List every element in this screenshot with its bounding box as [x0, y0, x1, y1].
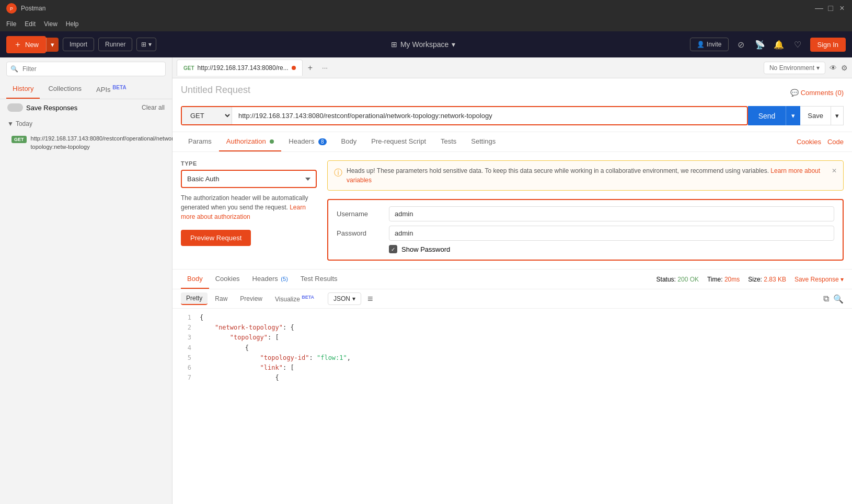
- password-input[interactable]: [389, 226, 834, 241]
- resp-tab-body[interactable]: Body: [181, 269, 209, 289]
- add-tab-button[interactable]: +: [303, 61, 318, 75]
- minimize-button[interactable]: —: [815, 5, 823, 12]
- auth-type-select[interactable]: Basic Auth Bearer Token API Key No Auth: [181, 170, 317, 188]
- tab-authorization[interactable]: Authorization: [219, 132, 282, 151]
- response-tabs: Body Cookies Headers (5) Test Results St…: [172, 269, 852, 289]
- history-today-group[interactable]: ▼ Today: [7, 120, 165, 127]
- eye-icon[interactable]: 👁: [830, 64, 837, 72]
- format-visualize[interactable]: Visualize BETA: [270, 292, 319, 305]
- sidebar: 🔍 History Collections APIs BETA Save Res…: [0, 57, 172, 504]
- search-icon[interactable]: 🔍: [833, 294, 844, 304]
- apis-beta-badge: BETA: [112, 85, 126, 90]
- tab-params[interactable]: Params: [181, 132, 219, 151]
- menu-edit[interactable]: Edit: [25, 20, 36, 28]
- app-title: Postman: [21, 5, 815, 12]
- search-input[interactable]: [6, 62, 166, 76]
- request-tab[interactable]: GET http://192.168.137.143:8080/re...: [177, 60, 303, 76]
- auth-right-panel: ⓘ Heads up! These parameters hold sensit…: [327, 160, 844, 261]
- tab-bar: GET http://192.168.137.143:8080/re... + …: [172, 57, 852, 78]
- api-network-button[interactable]: ⊞ ▾: [136, 38, 156, 51]
- json-line-7: 7 {: [181, 373, 844, 383]
- new-button[interactable]: ＋ New: [6, 36, 46, 53]
- auth-fields-panel: Username Password ✓ Show Password: [327, 199, 844, 261]
- preview-request-button[interactable]: Preview Request: [181, 230, 251, 246]
- heart-icon[interactable]: ♡: [791, 38, 804, 51]
- workspace-center: ⊞ My Workspace ▾: [160, 40, 686, 49]
- save-dropdown-button[interactable]: ▾: [831, 106, 844, 125]
- menu-file[interactable]: File: [6, 20, 16, 28]
- resp-tab-cookies[interactable]: Cookies: [209, 269, 246, 289]
- sign-in-button[interactable]: Sign In: [810, 38, 846, 52]
- new-dropdown-button[interactable]: ▾: [46, 38, 59, 52]
- username-row: Username: [337, 206, 834, 221]
- titlebar: P Postman — □ ×: [0, 0, 852, 17]
- search-icon: 🔍: [10, 65, 18, 73]
- cookies-link[interactable]: Cookies: [797, 138, 821, 146]
- show-password-checkbox[interactable]: ✓: [389, 245, 397, 253]
- send-dropdown-button[interactable]: ▾: [786, 106, 800, 125]
- history-section: ▼ Today GET http://192.168.137.143:8080/…: [0, 116, 172, 158]
- wrap-lines-button[interactable]: ≡: [367, 294, 373, 304]
- auth-area: TYPE Basic Auth Bearer Token API Key No …: [172, 152, 852, 269]
- comments-icon: 💬: [790, 89, 799, 97]
- url-input[interactable]: [232, 108, 747, 124]
- list-item[interactable]: GET http://192.168.137.143:8080/restconf…: [7, 132, 165, 154]
- tab-headers[interactable]: Headers 8: [281, 132, 333, 151]
- clear-all-button[interactable]: Clear all: [142, 104, 165, 111]
- format-pretty[interactable]: Pretty: [181, 292, 208, 305]
- sidebar-tab-collections[interactable]: Collections: [42, 80, 88, 99]
- save-button[interactable]: Save: [800, 106, 831, 125]
- send-button[interactable]: Send: [748, 106, 786, 125]
- env-dropdown[interactable]: No Environment ▾: [764, 62, 825, 74]
- grid-icon: ⊞: [391, 40, 397, 49]
- save-responses-switch[interactable]: [7, 103, 23, 112]
- menu-view[interactable]: View: [44, 20, 57, 28]
- json-line-1: 1 {: [181, 313, 844, 323]
- close-alert-button[interactable]: ✕: [832, 166, 837, 175]
- info-icon: ⓘ: [334, 167, 342, 179]
- workspace-selector[interactable]: ⊞ My Workspace ▾: [391, 40, 455, 49]
- menu-help[interactable]: Help: [66, 20, 79, 28]
- tab-body[interactable]: Body: [334, 132, 364, 151]
- send-button-group: Send ▾: [748, 106, 801, 125]
- status-value: 200 OK: [677, 276, 699, 283]
- format-preview[interactable]: Preview: [235, 293, 268, 304]
- tab-tests[interactable]: Tests: [433, 132, 464, 151]
- username-input[interactable]: [389, 206, 834, 221]
- sidebar-tab-history[interactable]: History: [6, 80, 40, 99]
- gear-icon[interactable]: ⚙: [841, 64, 848, 72]
- invite-button[interactable]: 👤 Invite: [690, 38, 728, 51]
- sidebar-controls: Save Responses Clear all: [0, 99, 172, 116]
- method-select[interactable]: GET POST PUT DELETE: [182, 107, 232, 124]
- maximize-button[interactable]: □: [827, 5, 834, 12]
- format-select-label: JSON: [333, 295, 350, 302]
- satellite-icon[interactable]: 📡: [754, 38, 766, 51]
- resp-tab-test-results[interactable]: Test Results: [294, 269, 344, 289]
- json-line-2: 2 "network-topology": {: [181, 323, 844, 333]
- save-response-button[interactable]: Save Response ▾: [795, 276, 844, 283]
- chevron-down-icon: ▾: [352, 295, 355, 302]
- search-icon[interactable]: ⊘: [735, 38, 747, 51]
- format-raw[interactable]: Raw: [210, 293, 233, 304]
- resp-tab-headers[interactable]: Headers (5): [246, 269, 294, 289]
- tab-pre-request[interactable]: Pre-request Script: [364, 132, 433, 151]
- comments-button[interactable]: 💬 Comments (0): [790, 89, 844, 97]
- close-button[interactable]: ×: [838, 5, 846, 12]
- runner-button[interactable]: Runner: [98, 38, 132, 51]
- tab-settings[interactable]: Settings: [464, 132, 503, 151]
- request-area: Untitled Request 💬 Comments (0) GET POST…: [172, 78, 852, 132]
- copy-icon[interactable]: ⧉: [823, 294, 829, 304]
- chevron-down-icon: ▾: [816, 64, 820, 72]
- format-select[interactable]: JSON ▾: [328, 292, 361, 305]
- environment-selector: No Environment ▾ 👁 ⚙: [764, 62, 848, 74]
- today-label: Today: [16, 120, 32, 127]
- content-area: GET http://192.168.137.143:8080/re... + …: [172, 57, 852, 504]
- more-tabs-button[interactable]: ···: [318, 62, 332, 74]
- sidebar-tab-apis[interactable]: APIs BETA: [90, 80, 133, 99]
- notification-icon[interactable]: 🔔: [773, 38, 785, 51]
- import-button[interactable]: Import: [63, 38, 94, 51]
- response-status: Status: 200 OK Time: 20ms Size: 2.83 KB …: [657, 276, 844, 283]
- save-button-group: Save ▾: [800, 106, 844, 125]
- headers-badge: 8: [318, 138, 327, 145]
- code-link[interactable]: Code: [827, 138, 844, 146]
